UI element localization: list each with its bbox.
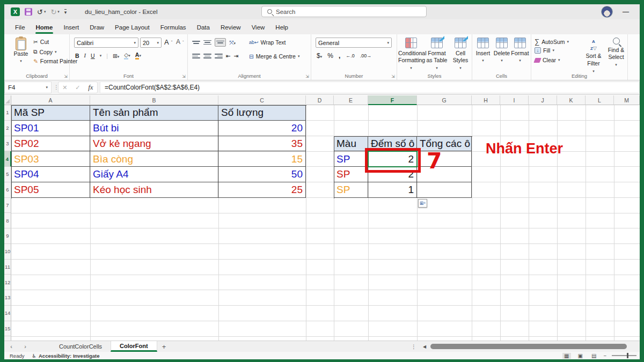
alignment-dialog-launcher[interactable]: ⇲	[305, 74, 309, 79]
row-header-7[interactable]: 7	[4, 198, 11, 213]
horizontal-scrollbar[interactable]: ◀	[423, 343, 638, 350]
scroll-left-icon[interactable]: ◀	[423, 344, 426, 349]
row-header-15[interactable]: 15	[4, 321, 11, 337]
row-header-13[interactable]: 13	[4, 290, 11, 306]
increase-indent-button[interactable]: ⇥	[234, 53, 239, 59]
cell-A2[interactable]: SP01	[11, 121, 90, 136]
bold-button[interactable]: B	[75, 53, 79, 59]
column-header-D[interactable]: D	[306, 95, 334, 105]
cell-A4[interactable]: SP03	[11, 151, 90, 167]
underline-button[interactable]: U	[91, 53, 95, 59]
format-as-table-button[interactable]: Format as Table▾	[425, 38, 449, 71]
normal-view-button[interactable]: ▦	[562, 353, 570, 359]
name-box[interactable]: F4▾	[4, 82, 52, 93]
tab-home[interactable]: Home	[31, 21, 58, 34]
sheet-tab-countcolorcells[interactable]: CountColorCells	[50, 341, 111, 352]
decrease-decimal-button[interactable]: .00→	[360, 53, 372, 58]
cell-styles-button[interactable]: Cell Styles▾	[450, 38, 471, 71]
select-all-corner[interactable]	[4, 95, 11, 105]
column-header-M[interactable]: M	[614, 95, 640, 105]
cell-G5[interactable]	[417, 167, 472, 182]
zoom-slider-thumb[interactable]	[627, 353, 628, 358]
page-break-view-button[interactable]: ▤	[590, 353, 598, 359]
row-header-8[interactable]: 8	[4, 213, 11, 228]
find-select-button[interactable]: Find & Select▾	[605, 38, 627, 68]
column-header-G[interactable]: G	[417, 95, 472, 105]
row-header-16[interactable]: 16	[4, 336, 11, 341]
align-center-button[interactable]	[203, 53, 211, 60]
search-box[interactable]: Search	[261, 6, 427, 17]
conditional-formatting-button[interactable]: Conditional Formatting▾	[398, 38, 424, 71]
cell-E5[interactable]: SP	[334, 167, 368, 182]
add-sheet-button[interactable]: +	[157, 341, 171, 352]
row-header-1[interactable]: 1	[4, 105, 11, 121]
delete-cells-button[interactable]: Delete▾	[493, 38, 511, 63]
paste-button[interactable]: Paste▾	[10, 38, 32, 63]
merge-centre-button[interactable]: ⊟Merge & Centre▾	[249, 53, 299, 60]
cell-C6[interactable]: 25	[218, 182, 306, 198]
row-header-12[interactable]: 12	[4, 275, 11, 290]
borders-button[interactable]: ⊞▾	[113, 53, 119, 59]
column-header-C[interactable]: C	[218, 95, 306, 105]
cell-B2[interactable]: Bút bi	[90, 121, 218, 136]
clipboard-dialog-launcher[interactable]: ⇲	[64, 74, 68, 79]
save-icon[interactable]	[25, 8, 32, 16]
formula-input[interactable]: =CountColorFont($A$2:$A$6,E4)	[100, 82, 640, 93]
column-header-F[interactable]: F	[368, 95, 417, 105]
insert-function-button[interactable]: fx	[88, 83, 93, 92]
cell-C5[interactable]: 50	[218, 167, 306, 182]
comma-style-button[interactable]: ,	[339, 52, 340, 60]
cell-C3[interactable]: 35	[218, 136, 306, 152]
cell-G3[interactable]: Tổng các ô	[417, 136, 472, 152]
number-format-combo[interactable]: General▾	[316, 38, 392, 48]
redo-button[interactable]: ↻▾	[50, 8, 59, 16]
font-size-combo[interactable]: 20▾	[140, 38, 162, 48]
increase-decimal-button[interactable]: ←.0	[346, 53, 355, 58]
accessibility-status[interactable]: ♿Accessibility: Investigate	[32, 353, 99, 359]
enter-formula-button[interactable]: ✓	[75, 84, 80, 91]
number-dialog-launcher[interactable]: ⇲	[391, 74, 395, 79]
sheet-tab-colorfont[interactable]: ColorFont	[111, 341, 157, 352]
align-right-button[interactable]	[215, 53, 223, 60]
undo-button[interactable]: ↺▾	[37, 8, 46, 16]
row-header-3[interactable]: 3	[4, 136, 11, 152]
cell-A5[interactable]: SP04	[11, 167, 90, 182]
cell-C1[interactable]: Số lượng	[218, 105, 306, 121]
font-name-combo[interactable]: Calibri▾	[74, 38, 138, 48]
font-dialog-launcher[interactable]: ⇲	[182, 74, 186, 79]
cell-B4[interactable]: Bìa còng	[90, 151, 218, 167]
cell-F4[interactable]: 2	[368, 151, 417, 167]
cell-E6[interactable]: SP	[334, 182, 368, 198]
tab-file[interactable]: File	[10, 21, 31, 34]
cell-E4[interactable]: SP	[334, 151, 368, 167]
column-header-A[interactable]: A	[11, 95, 90, 105]
align-middle-button[interactable]	[203, 39, 211, 46]
column-header-J[interactable]: J	[529, 95, 557, 105]
percent-button[interactable]: %	[327, 52, 333, 60]
copy-button[interactable]: ⧉Copy▾	[33, 48, 57, 55]
row-header-2[interactable]: 2	[4, 121, 11, 136]
cancel-formula-button[interactable]: ✕	[62, 84, 67, 91]
autofill-options-button[interactable]: ⊞+	[418, 199, 427, 208]
italic-button[interactable]: I	[84, 53, 86, 58]
insert-cells-button[interactable]: Insert▾	[474, 38, 492, 63]
tab-help[interactable]: Help	[270, 21, 294, 34]
column-header-B[interactable]: B	[90, 95, 218, 105]
minimize-button[interactable]: —	[620, 6, 631, 17]
row-header-5[interactable]: 5	[4, 167, 11, 182]
tab-draw[interactable]: Draw	[84, 21, 109, 34]
column-header-E[interactable]: E	[334, 95, 368, 105]
zoom-slider[interactable]	[612, 355, 636, 356]
tab-insert[interactable]: Insert	[58, 21, 84, 34]
worksheet-grid[interactable]: ABCDEFGHIJKLM 12345678910111213141516 Mã…	[4, 95, 640, 341]
tab-options-icon[interactable]: ⋮	[411, 341, 416, 352]
column-header-I[interactable]: I	[500, 95, 529, 105]
format-cells-button[interactable]: Format▾	[511, 38, 529, 63]
cell-B5[interactable]: Giấy A4	[90, 167, 218, 182]
align-left-button[interactable]	[192, 53, 200, 60]
cut-button[interactable]: ✂Cut	[33, 39, 49, 45]
tab-page-layout[interactable]: Page Layout	[109, 21, 155, 34]
cell-B6[interactable]: Kéo học sinh	[90, 182, 218, 198]
align-bottom-button[interactable]	[215, 38, 226, 47]
row-header-6[interactable]: 6	[4, 182, 11, 198]
